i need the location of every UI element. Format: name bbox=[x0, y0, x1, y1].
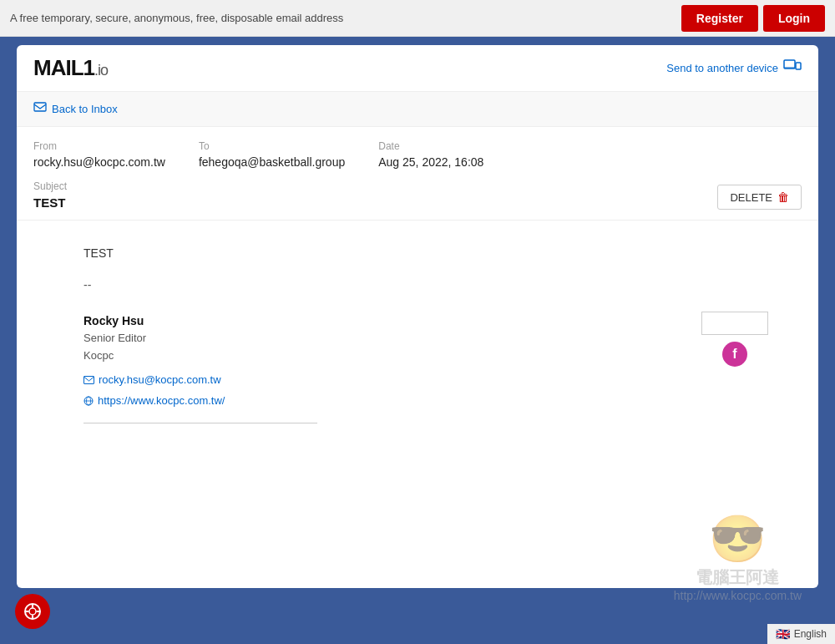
svg-point-9 bbox=[29, 608, 36, 615]
subject-label: Subject bbox=[33, 180, 67, 192]
back-to-inbox-label: Back to Inbox bbox=[52, 103, 118, 115]
sig-name: Rocky Hsu bbox=[84, 312, 685, 330]
main-container: MAIL1.io Send to another device bbox=[0, 37, 835, 644]
svg-rect-4 bbox=[84, 377, 94, 384]
sig-logo-placeholder bbox=[701, 312, 768, 335]
logo-suffix: .io bbox=[94, 62, 108, 79]
date-field: Date Aug 25, 2022, 16:08 bbox=[378, 140, 483, 169]
to-label: To bbox=[199, 140, 345, 152]
sig-web-link[interactable]: https://www.kocpc.com.tw/ bbox=[84, 393, 685, 410]
sig-url-text: https://www.kocpc.com.tw/ bbox=[98, 393, 225, 410]
sig-divider bbox=[84, 423, 317, 423]
date-value: Aug 25, 2022, 16:08 bbox=[378, 155, 483, 169]
language-label: English bbox=[794, 628, 827, 640]
sig-title: Senior Editor bbox=[84, 330, 685, 347]
link-icon bbox=[84, 396, 94, 406]
send-to-device-label: Send to another device bbox=[666, 62, 778, 74]
body-separator: -- bbox=[84, 276, 768, 294]
delete-button[interactable]: DELETE 🗑 bbox=[717, 185, 802, 210]
email-meta: From rocky.hsu@kocpc.com.tw To fehegoqa@… bbox=[17, 127, 818, 221]
to-field: To fehegoqa@basketball.group bbox=[199, 140, 345, 169]
help-button[interactable] bbox=[15, 594, 50, 629]
promo-text: A free temporary, secure, anonymous, fre… bbox=[10, 12, 343, 24]
auth-buttons: Register Login bbox=[681, 5, 825, 32]
sig-company: Kocpc bbox=[84, 347, 685, 365]
help-icon bbox=[23, 602, 42, 621]
flag-icon: 🇬🇧 bbox=[776, 627, 790, 641]
login-button[interactable]: Login bbox=[763, 5, 825, 32]
from-label: From bbox=[33, 140, 165, 152]
top-bar: A free temporary, secure, anonymous, fre… bbox=[0, 0, 835, 37]
subject-value: TEST bbox=[33, 195, 67, 210]
back-to-inbox-link[interactable]: Back to Inbox bbox=[33, 102, 802, 116]
language-bar: 🇬🇧 English bbox=[767, 624, 835, 644]
date-label: Date bbox=[378, 140, 483, 152]
meta-bottom: Subject TEST DELETE 🗑 bbox=[33, 180, 802, 210]
from-value: rocky.hsu@kocpc.com.tw bbox=[33, 155, 165, 169]
delete-label: DELETE bbox=[730, 191, 772, 204]
sig-right: f bbox=[701, 312, 768, 367]
send-to-device-link[interactable]: Send to another device bbox=[666, 59, 802, 77]
card-header: MAIL1.io Send to another device bbox=[17, 45, 818, 92]
subject-field: Subject TEST bbox=[33, 180, 67, 210]
register-button[interactable]: Register bbox=[681, 5, 758, 32]
inbox-icon bbox=[33, 102, 47, 116]
trash-icon: 🗑 bbox=[777, 190, 789, 204]
back-bar: Back to Inbox bbox=[17, 92, 818, 127]
logo: MAIL1.io bbox=[33, 55, 108, 81]
email-body: TEST -- Rocky Hsu Senior Editor Kocpc r bbox=[17, 221, 818, 457]
sig-email-text: rocky.hsu@kocpc.com.tw bbox=[99, 372, 221, 389]
svg-rect-1 bbox=[796, 63, 801, 69]
from-field: From rocky.hsu@kocpc.com.tw bbox=[33, 140, 165, 169]
email-signature: Rocky Hsu Senior Editor Kocpc rocky.hsu@… bbox=[84, 312, 768, 424]
svg-rect-3 bbox=[34, 103, 46, 111]
sig-email-link[interactable]: rocky.hsu@kocpc.com.tw bbox=[84, 372, 685, 389]
sig-layout: Rocky Hsu Senior Editor Kocpc rocky.hsu@… bbox=[84, 312, 768, 424]
meta-grid: From rocky.hsu@kocpc.com.tw To fehegoqa@… bbox=[33, 140, 802, 169]
email-card: MAIL1.io Send to another device bbox=[17, 45, 818, 588]
body-main-text: TEST bbox=[84, 244, 768, 262]
send-to-device-icon bbox=[783, 59, 802, 77]
sig-left: Rocky Hsu Senior Editor Kocpc rocky.hsu@… bbox=[84, 312, 685, 424]
facebook-icon[interactable]: f bbox=[722, 342, 747, 367]
logo-main: MAIL1 bbox=[33, 55, 94, 80]
to-value: fehegoqa@basketball.group bbox=[199, 155, 345, 169]
email-icon bbox=[84, 376, 94, 384]
